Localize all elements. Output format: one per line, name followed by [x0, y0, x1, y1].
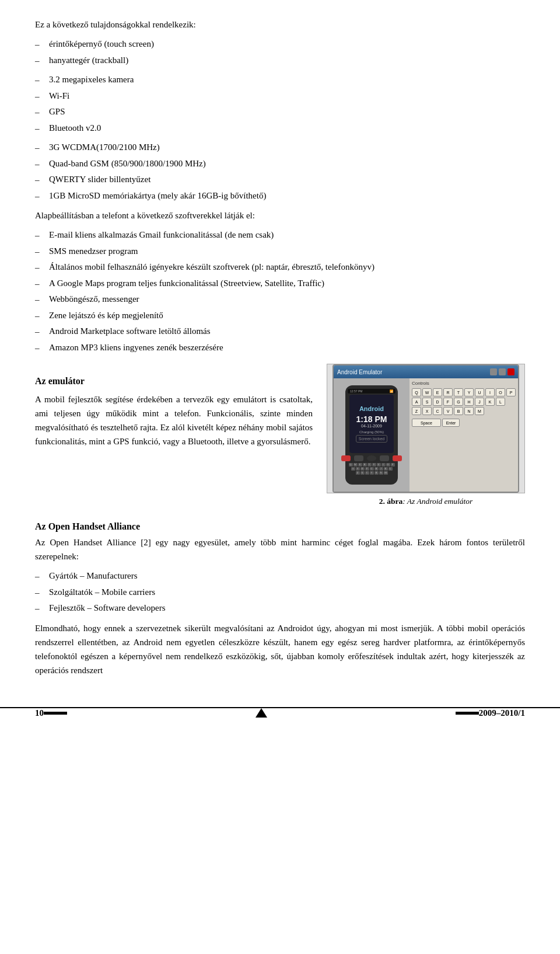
phone-date: 04-11-2009	[361, 424, 382, 428]
kb-key: P	[506, 388, 516, 396]
open-handset-intro: Az Open Handset Alliance [2] egy nagy eg…	[35, 535, 525, 563]
bullet-text: E-mail kliens alkalmazás Gmail funkciona…	[49, 228, 525, 242]
bullet-dash: –	[35, 105, 49, 119]
figure-caption-bold: 2. ábra	[379, 497, 403, 506]
bullet-dash: –	[35, 189, 49, 203]
page-container: Ez a következő tulajdonságokkal rendelke…	[0, 0, 560, 730]
list-item: – Webböngésző, messenger	[35, 293, 525, 307]
bullet-text: Zene lejátszó és kép megjelenítő	[49, 309, 525, 322]
footer-left-bar	[44, 712, 67, 715]
bullet-text: Gyártók – Manufacturers	[49, 569, 525, 583]
bullet-dash: –	[35, 37, 49, 51]
bullet-text: SMS menedzser program	[49, 245, 525, 258]
emulator-heading: Az emulátor	[35, 374, 313, 389]
emulator-text-col: Az emulátor A mobil fejlesztők segítése …	[35, 364, 313, 454]
open-handset-heading: Az Open Handset Alliance	[35, 521, 525, 532]
bullet-dash: –	[35, 141, 49, 155]
kb-key: H	[464, 398, 474, 406]
footer-triangle	[256, 708, 267, 718]
kb-key: V	[443, 407, 453, 415]
list-item: – Zene lejátszó és kép megjelenítő	[35, 309, 525, 323]
bullet-dash: –	[35, 325, 49, 339]
emulator-paragraph: A mobil fejlesztők segítése érdekében a …	[35, 392, 313, 448]
kb-key: K	[485, 398, 495, 406]
bullet-text: Webböngésző, messenger	[49, 293, 525, 306]
figure-caption-italic: : Az Android emulátor	[402, 497, 473, 506]
bullet-dash: –	[35, 341, 49, 355]
bullet-text: 3G WCDMA(1700/2100 MHz)	[49, 141, 525, 154]
phone-area: 12:57 PM 📶 Android 1:18 PM 04-11-2009 Ch…	[334, 378, 410, 492]
list-item: – érintőképernyő (touch screen)	[35, 37, 525, 51]
open-handset-conclusion: Elmondható, hogy ennek a szervezetnek si…	[35, 621, 525, 677]
page-footer: 10 2009–2010/1	[0, 707, 560, 718]
bullet-dash: –	[35, 89, 49, 103]
android-label: Android	[359, 405, 384, 412]
bullet-dash: –	[35, 73, 49, 87]
list-item: – 1GB MicroSD memóriakártya (mely akár 1…	[35, 189, 525, 203]
kb-key: W	[422, 388, 432, 396]
bullet-list-1: – érintőképernyő (touch screen) – hanyat…	[35, 37, 525, 67]
phone-device: 12:57 PM 📶 Android 1:18 PM 04-11-2009 Ch…	[345, 385, 398, 485]
bullet-dash: –	[35, 245, 49, 259]
bullet-text: Android Marketplace software letöltő áll…	[49, 325, 525, 338]
kb-key: L	[496, 398, 505, 406]
phone-screen: Android 1:18 PM 04-11-2009 Charging (50%…	[349, 395, 394, 453]
page-number: 10	[35, 708, 44, 718]
kb-key: D	[433, 398, 442, 406]
list-item: – Quad-band GSM (850/900/1800/1900 MHz)	[35, 157, 525, 171]
list-item: – Általános mobil felhasználó igényekre …	[35, 260, 525, 274]
bullet-dash: –	[35, 260, 49, 274]
kb-key: X	[422, 407, 432, 415]
close-window-button	[508, 368, 514, 375]
kb-key: F	[443, 398, 453, 406]
phone-time: 1:18 PM	[356, 415, 387, 424]
kb-key: O	[496, 388, 505, 396]
intro-heading: Ez a következő tulajdonságokkal rendelke…	[35, 18, 525, 32]
kb-key: R	[443, 388, 453, 396]
kb-key: C	[433, 407, 442, 415]
kb-key: A	[412, 398, 421, 406]
emulator-body: 12:57 PM 📶 Android 1:18 PM 04-11-2009 Ch…	[334, 378, 518, 492]
list-item: – Android Marketplace software letöltő á…	[35, 325, 525, 339]
phone-locked: Screen locked	[356, 435, 387, 443]
bullet-dash: –	[35, 173, 49, 187]
kb-key: G	[454, 398, 463, 406]
list-item: – 3G WCDMA(1700/2100 MHz)	[35, 141, 525, 155]
emulator-window: Android Emulator	[332, 364, 519, 493]
bullet-dash: –	[35, 309, 49, 323]
emulator-titlebar-buttons	[490, 368, 514, 375]
bullet-text: érintőképernyő (touch screen)	[49, 37, 525, 51]
kb-key: B	[454, 407, 463, 415]
bullet-text: hanyattegér (trackball)	[49, 54, 525, 67]
bullet-text: 3.2 megapixeles kamera	[49, 73, 525, 86]
kb-key: M	[475, 407, 484, 415]
list-item: – Szolgáltatók – Mobile carriers	[35, 586, 525, 600]
kb-key: J	[475, 398, 484, 406]
bullet-text: Szolgáltatók – Mobile carriers	[49, 586, 525, 599]
emulator-titlebar-text: Android Emulator	[337, 369, 382, 375]
bullet-list-2: – 3.2 megapixeles kamera – Wi-Fi – GPS –…	[35, 73, 525, 135]
bullet-dash: –	[35, 121, 49, 135]
bullet-dash: –	[35, 157, 49, 171]
list-item: – hanyattegér (trackball)	[35, 54, 525, 68]
bullet-dash: –	[35, 569, 49, 583]
bullet-text: Amazon MP3 kliens ingyenes zenék beszerz…	[49, 341, 525, 354]
figure-caption: 2. ábra: Az Android emulátor	[327, 497, 525, 506]
bullet-text: 1GB MicroSD memóriakártya (mely akár 16G…	[49, 189, 525, 203]
kb-key: T	[454, 388, 463, 396]
kb-key: Y	[464, 388, 474, 396]
bullet-text: Fejlesztők – Software developers	[49, 601, 525, 615]
list-item: – Bluetooth v2.0	[35, 121, 525, 135]
bullet-dash: –	[35, 54, 49, 68]
footer-right-bar	[456, 712, 479, 715]
footer-year: 2009–2010/1	[479, 708, 525, 718]
bullet-dash: –	[35, 293, 49, 307]
bullet-text: A Google Maps program teljes funkcionali…	[49, 277, 525, 290]
bullet-dash: –	[35, 586, 49, 600]
list-item: – GPS	[35, 105, 525, 119]
kb-key: I	[485, 388, 495, 396]
bullet-text: Quad-band GSM (850/900/1800/1900 MHz)	[49, 157, 525, 170]
phone-charging: Charging (50%)	[359, 430, 384, 434]
list-item: – E-mail kliens alkalmazás Gmail funkcio…	[35, 228, 525, 242]
bullet-dash: –	[35, 601, 49, 615]
